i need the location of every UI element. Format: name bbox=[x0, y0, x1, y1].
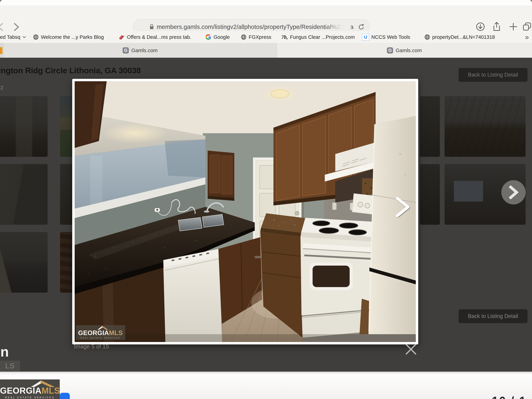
blue-action-button[interactable] bbox=[60, 393, 70, 399]
listing-subtitle-fragment: 2 bbox=[0, 85, 3, 91]
logo-tagline: REAL ESTATE SERVICES bbox=[0, 396, 60, 399]
bookmark-label: Offers & Deal...ms press tab. bbox=[127, 34, 191, 40]
back-to-listing-button-bottom[interactable]: Back to Listing Detail bbox=[459, 309, 527, 323]
kitchen-photo: GEORGIAMLS REAL ESTATE SERVICES bbox=[75, 81, 416, 342]
back-icon[interactable] bbox=[0, 22, 5, 32]
bookmark-label: Fungus Clear ...Projects.com bbox=[290, 34, 355, 40]
tab-gamls-2-active[interactable]: G Gamls.com bbox=[277, 43, 532, 58]
lightbox-photo-frame: GEORGIAMLS REAL ESTATE SERVICES bbox=[72, 79, 418, 344]
thumbnail[interactable] bbox=[444, 96, 526, 157]
dimmed-mls-logo: LS bbox=[0, 360, 20, 371]
thumbnail[interactable] bbox=[420, 164, 440, 225]
tab-label: Gamls.com bbox=[396, 47, 422, 53]
dimmed-mls-letters: LS bbox=[5, 362, 15, 370]
globe-icon bbox=[241, 34, 247, 40]
chevron-down-icon bbox=[22, 36, 26, 38]
bookmarks-bar: ed Tabsq Welcome the ...y Parks Blog Off… bbox=[0, 31, 532, 43]
globe-icon bbox=[424, 34, 430, 40]
listing-address-title: ington Ridg Circle Lithonia, GA 30038 bbox=[0, 66, 141, 75]
tab-label: Gamls.com bbox=[131, 47, 158, 53]
bookmark-offers-deals[interactable]: Offers & Deal...ms press tab. bbox=[119, 31, 191, 43]
bookmark-nccs[interactable]: U NCCS Web Tools bbox=[362, 31, 410, 43]
window-titlebar bbox=[0, 0, 532, 6]
bookmark-label: ed Tabsq bbox=[0, 34, 20, 40]
georgia-mls-logo[interactable]: GEORGIAMLS REAL ESTATE SERVICES bbox=[0, 380, 60, 399]
url-text: members.gamls.com/listingv2/allphotos/pr… bbox=[157, 23, 354, 30]
image-counter-caption: Image 5 of 15 bbox=[74, 343, 109, 350]
watermark-georgia: GEORGIA bbox=[78, 329, 109, 336]
google-icon bbox=[205, 34, 211, 40]
bookmark-fungus-clear[interactable]: 7b, Fungus Clear ...Projects.com bbox=[281, 31, 355, 43]
watermark-tagline: REAL ESTATE SERVICES bbox=[78, 337, 123, 339]
logo-georgia: GEORGIA bbox=[0, 386, 42, 396]
back-to-listing-button[interactable]: Back to Listing Detail bbox=[459, 68, 527, 82]
bookmark-label: propertyDet...&LN=7401318 bbox=[432, 34, 495, 40]
logo-mls: MLS bbox=[42, 386, 60, 396]
lock-icon bbox=[149, 24, 154, 30]
share-icon[interactable] bbox=[492, 22, 501, 32]
close-icon[interactable] bbox=[404, 342, 418, 356]
globe-icon bbox=[33, 34, 39, 40]
kitchen-scene bbox=[75, 81, 416, 342]
bookmark-label: Google bbox=[214, 34, 230, 40]
gamls-favicon: G bbox=[123, 47, 129, 53]
page-footer: GEORGIAMLS REAL ESTATE SERVICES 10 / 1 bbox=[0, 372, 532, 399]
bookmark-parks-blog[interactable]: Welcome the ...y Parks Blog bbox=[33, 31, 104, 43]
ribbon-icon bbox=[119, 34, 125, 40]
new-tab-icon[interactable] bbox=[508, 22, 518, 32]
photo-gallery-overlay: ington Ridg Circle Lithonia, GA 30038 2 … bbox=[0, 58, 532, 372]
bookmark-property-detail[interactable]: propertyDet...&LN=7401318 bbox=[424, 31, 495, 43]
bookmark-google[interactable]: Google bbox=[205, 31, 230, 43]
page-counter: 10 / 1 bbox=[492, 394, 527, 399]
cut-tab-favicon[interactable] bbox=[0, 47, 2, 54]
bookmark-label: NCCS Web Tools bbox=[371, 34, 410, 40]
roof-icon bbox=[29, 380, 55, 387]
letter-u-icon: U bbox=[362, 33, 369, 41]
browser-toolbar: members.gamls.com/listingv2/allphotos/pr… bbox=[0, 6, 532, 31]
browser-window: members.gamls.com/listingv2/allphotos/pr… bbox=[0, 0, 532, 399]
bookmark-tab-group[interactable]: ed Tabsq bbox=[0, 31, 26, 43]
footer-text-fragment: n bbox=[0, 344, 9, 360]
next-chevron-icon bbox=[508, 185, 519, 199]
tab-overview-icon[interactable] bbox=[522, 22, 532, 32]
thumbnail-next-button[interactable] bbox=[501, 180, 526, 205]
watermark-mls: MLS bbox=[109, 329, 123, 336]
script-7b-icon: 7b, bbox=[281, 34, 288, 40]
bookmark-fgxpress[interactable]: FGXpress bbox=[241, 31, 271, 43]
roof-icon bbox=[97, 326, 108, 330]
bookmark-label: Welcome the ...y Parks Blog bbox=[41, 34, 104, 40]
georgia-mls-watermark: GEORGIAMLS REAL ESTATE SERVICES bbox=[76, 325, 125, 340]
bookmark-label: FGXpress bbox=[249, 34, 271, 40]
forward-icon[interactable] bbox=[12, 22, 20, 32]
gamls-favicon: G bbox=[387, 47, 393, 53]
thumbnail[interactable] bbox=[420, 96, 440, 157]
bookmarks-overflow-chevron[interactable]: » bbox=[525, 31, 529, 43]
thumbnail[interactable] bbox=[0, 96, 48, 157]
reload-icon[interactable] bbox=[357, 23, 365, 31]
thumbnail[interactable] bbox=[0, 232, 48, 293]
thumbnail[interactable] bbox=[0, 164, 48, 225]
tab-bar: G Gamls.com G Gamls.com bbox=[0, 43, 532, 58]
photo-next-chevron-icon[interactable] bbox=[395, 196, 410, 218]
downloads-icon[interactable] bbox=[475, 22, 485, 32]
tab-gamls-1[interactable]: G Gamls.com bbox=[4, 43, 277, 58]
